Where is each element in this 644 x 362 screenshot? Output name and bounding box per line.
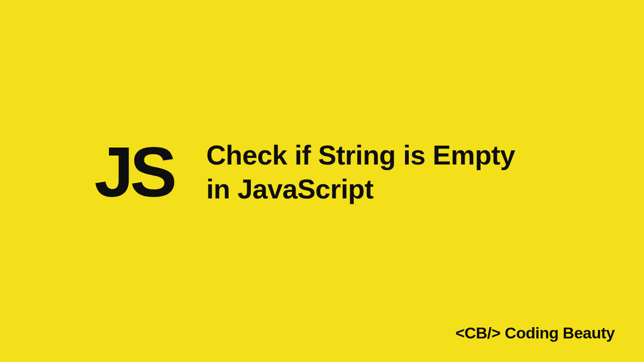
brand-footer: <CB/> Coding Beauty <box>455 324 615 342</box>
page-title: Check if String is Empty in JavaScript <box>206 138 515 206</box>
main-content: JS Check if String is Empty in JavaScrip… <box>94 137 515 207</box>
js-logo: JS <box>94 137 173 207</box>
title-line-2: in JavaScript <box>206 173 373 204</box>
title-line-1: Check if String is Empty <box>206 140 515 170</box>
